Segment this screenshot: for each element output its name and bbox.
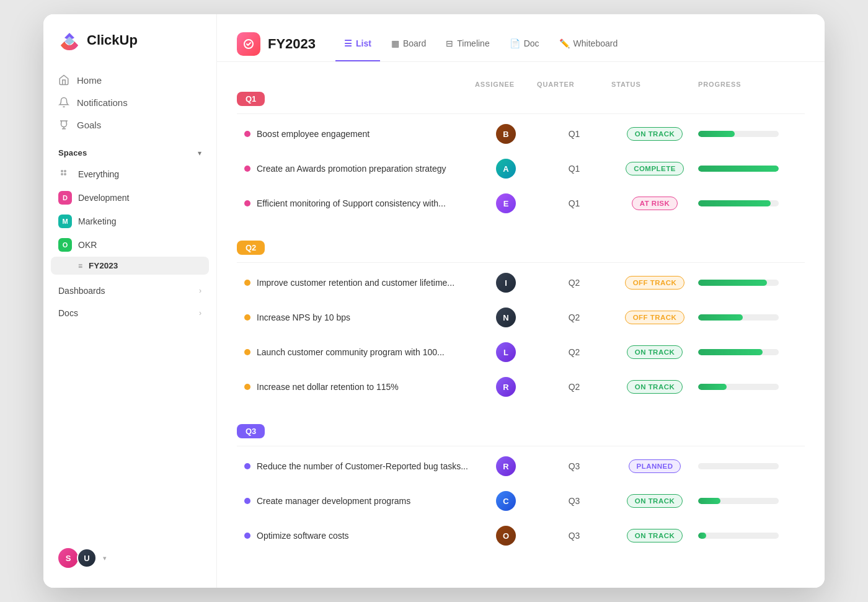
table-row[interactable]: Launch customer community program with 1…: [237, 335, 805, 370]
avatar: N: [496, 308, 516, 327]
tab-timeline-label: Timeline: [457, 38, 489, 48]
col-task: [244, 81, 475, 88]
task-label: Create an Awards promotion preparation s…: [257, 164, 446, 174]
table-row[interactable]: Create an Awards promotion preparation s…: [237, 151, 805, 186]
sidebar-item-everything[interactable]: Everything: [51, 162, 209, 186]
home-icon: [58, 74, 69, 86]
task-dot: [244, 131, 250, 137]
status-badge: OFF TRACK: [625, 311, 685, 324]
sidebar-item-fy2023[interactable]: ≡ FY2023: [51, 257, 209, 275]
list-tab-icon: ☰: [344, 38, 352, 48]
sidebar-item-home-label: Home: [77, 75, 102, 86]
quarter-cell: Q2: [537, 278, 611, 288]
tab-list[interactable]: ☰ List: [335, 27, 380, 61]
okr-dot: O: [58, 238, 72, 252]
quarter-cell: Q1: [537, 129, 611, 139]
svg-point-2: [64, 170, 66, 172]
sidebar-item-okr[interactable]: O OKR: [51, 233, 209, 257]
task-label: Optimize software costs: [257, 531, 349, 541]
fy2023-icon: [237, 32, 260, 56]
avatar-s[interactable]: S: [58, 548, 78, 568]
status-cell: ON TRACK: [611, 345, 698, 359]
task-dot: [244, 498, 250, 504]
sidebar-item-development-label: Development: [78, 193, 130, 203]
q2-badge: Q2: [237, 241, 265, 255]
progress-cell: [698, 384, 797, 390]
sidebar-item-home[interactable]: Home: [51, 69, 209, 91]
avatar-u[interactable]: U: [77, 548, 97, 568]
q1-section: Q1 Boost employee engagement B Q1 ON TRA…: [237, 92, 805, 221]
task-name: Increase NPS by 10 bps: [244, 312, 475, 322]
whiteboard-tab-icon: ✏️: [559, 38, 570, 48]
status-cell: ON TRACK: [611, 494, 698, 508]
task-name: Boost employee engagement: [244, 129, 475, 139]
avatar: L: [496, 342, 516, 362]
table-row[interactable]: Boost employee engagement B Q1 ON TRACK: [237, 117, 805, 151]
progress-bar: [698, 314, 779, 321]
status-badge: AT RISK: [632, 197, 678, 210]
task-dot: [244, 533, 250, 539]
col-quarter: QUARTER: [537, 81, 611, 88]
svg-point-4: [64, 173, 66, 175]
trophy-icon: [58, 119, 69, 130]
quarter-cell: Q2: [537, 382, 611, 392]
progress-bar: [698, 349, 779, 355]
assignee-cell: L: [475, 342, 537, 362]
chevron-down-icon[interactable]: ▾: [198, 149, 202, 157]
sidebar: ClickUp Home Notifications: [43, 14, 217, 588]
sidebar-item-marketing[interactable]: M Marketing: [51, 210, 209, 233]
sidebar-item-development[interactable]: D Development: [51, 186, 209, 210]
status-badge: COMPLETE: [626, 162, 684, 175]
avatar: O: [496, 526, 516, 546]
task-dot: [244, 463, 250, 469]
dashboards-label: Dashboards: [58, 286, 105, 296]
progress-cell: [698, 131, 797, 137]
table-row[interactable]: Optimize software costs O Q3 ON TRACK: [237, 518, 805, 553]
tab-list-label: List: [356, 38, 371, 48]
q2-divider: [237, 262, 805, 263]
sidebar-item-docs[interactable]: Docs ›: [51, 302, 209, 324]
progress-fill: [698, 166, 779, 172]
avatar: R: [496, 456, 516, 476]
table-row[interactable]: Create manager development programs C Q3…: [237, 484, 805, 518]
sidebar-item-goals-label: Goals: [77, 120, 101, 130]
sidebar-footer-nav: Dashboards › Docs ›: [43, 280, 216, 324]
progress-fill: [698, 498, 720, 504]
tab-board[interactable]: ▦ Board: [383, 27, 435, 61]
tab-doc[interactable]: 📄 Doc: [501, 27, 548, 61]
board-tab-icon: ▦: [391, 38, 399, 48]
quarter-cell: Q2: [537, 312, 611, 322]
progress-cell: [698, 280, 797, 286]
task-name: Improve customer retention and customer …: [244, 278, 475, 288]
sidebar-item-goals[interactable]: Goals: [51, 113, 209, 136]
quarter-cell: Q1: [537, 164, 611, 174]
progress-cell: [698, 166, 797, 172]
tab-whiteboard[interactable]: ✏️ Whiteboard: [551, 27, 627, 61]
progress-fill: [698, 533, 706, 539]
list-icon-small: ≡: [78, 262, 82, 270]
col-assignee: ASSIGNEE: [475, 81, 537, 88]
table-row[interactable]: Efficient monitoring of Support consiste…: [237, 186, 805, 221]
avatar: A: [496, 159, 516, 179]
sidebar-item-dashboards[interactable]: Dashboards ›: [51, 280, 209, 302]
task-label: Create manager development programs: [257, 496, 410, 506]
user-menu-arrow[interactable]: ▾: [103, 554, 107, 562]
table-row[interactable]: Increase NPS by 10 bps N Q2 OFF TRACK: [237, 300, 805, 335]
progress-bar: [698, 384, 779, 390]
progress-bar: [698, 131, 779, 137]
task-dot: [244, 384, 250, 390]
tab-nav: ☰ List ▦ Board ⊟ Timeline 📄 Doc ✏️ Wh: [335, 27, 626, 61]
table-row[interactable]: Increase net dollar retention to 115% R …: [237, 370, 805, 404]
tab-timeline[interactable]: ⊟ Timeline: [437, 27, 498, 61]
sidebar-item-fy2023-label: FY2023: [89, 261, 118, 270]
task-dot: [244, 314, 250, 321]
progress-cell: [698, 200, 797, 206]
task-dot: [244, 280, 250, 286]
table-row[interactable]: Reduce the number of Customer-Reported b…: [237, 449, 805, 484]
progress-fill: [698, 384, 727, 390]
table-row[interactable]: Improve customer retention and customer …: [237, 265, 805, 300]
sidebar-item-notifications[interactable]: Notifications: [51, 91, 209, 113]
q1-divider: [237, 113, 805, 114]
progress-cell: [698, 533, 797, 539]
development-dot: D: [58, 191, 72, 205]
